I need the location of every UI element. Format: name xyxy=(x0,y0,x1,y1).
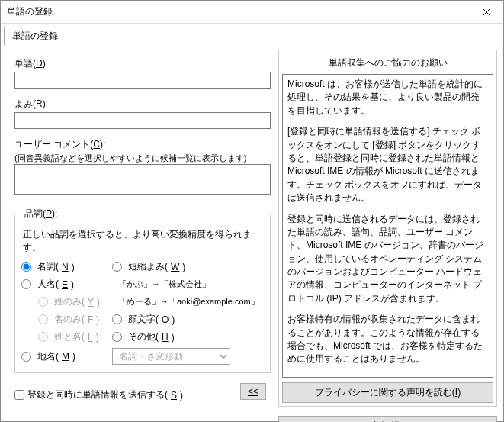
collapse-button[interactable]: << xyxy=(240,383,266,400)
radio-fullname: 姓と名(L) xyxy=(38,330,109,343)
radio-noun[interactable]: 名詞(N) xyxy=(21,260,109,273)
comment-label: ユーザー コメント(C): xyxy=(14,138,271,151)
radio-firstname: 名のみ(F) xyxy=(38,313,109,326)
pos-hint: 正しい品詞を選択すると、より高い変換精度を得られます。 xyxy=(23,228,264,254)
tab-strip: 単語の登録 xyxy=(1,27,503,43)
reading-input[interactable] xyxy=(14,112,271,129)
comment-hint: (同音異義語などを選択しやすいように候補一覧に表示します) xyxy=(14,153,271,164)
pos-fieldset: 品詞(P): 正しい品詞を選択すると、より高い変換精度を得られます。 名詞(N)… xyxy=(14,208,271,373)
radio-person[interactable]: 人名(E) xyxy=(21,278,109,291)
pos-dropdown[interactable]: 名詞・さ変形動 xyxy=(112,348,230,365)
word-label: 単語(D): xyxy=(14,57,271,70)
radio-other[interactable]: その他(H) xyxy=(112,330,264,343)
word-input[interactable] xyxy=(14,72,271,89)
close-icon[interactable] xyxy=(470,1,503,24)
radio-short[interactable]: 短縮よみ(W) xyxy=(112,260,264,273)
example-2: 「めーる」→「aoki@example.com」 xyxy=(112,296,264,308)
window-title: 単語の登録 xyxy=(7,5,470,18)
privacy-button[interactable]: プライバシーに関する声明を読む(I) xyxy=(282,382,493,403)
radio-lastname: 姓のみ(Y) xyxy=(38,295,109,308)
example-1: 「かぶ」→「株式会社」 xyxy=(112,279,264,290)
radio-face[interactable]: 顔文字(O) xyxy=(112,313,264,326)
notice-title: 単語収集へのご協力のお願い xyxy=(282,53,493,74)
reading-label: よみ(R): xyxy=(14,98,271,111)
tab-word-register[interactable]: 単語の登録 xyxy=(4,27,66,46)
notice-body[interactable]: Microsoft は、お客様が送信した単語を統計的に処理し、その結果を基に、よ… xyxy=(282,74,493,378)
comment-input[interactable] xyxy=(14,164,271,195)
titlebar: 単語の登録 xyxy=(1,1,503,24)
update-button[interactable]: 更新情報(U) xyxy=(278,416,497,422)
send-checkbox[interactable]: 登録と同時に単語情報を送信する(S) xyxy=(14,388,183,401)
radio-place[interactable]: 地名(M) xyxy=(21,350,109,363)
pos-legend: 品詞(P): xyxy=(21,208,60,221)
